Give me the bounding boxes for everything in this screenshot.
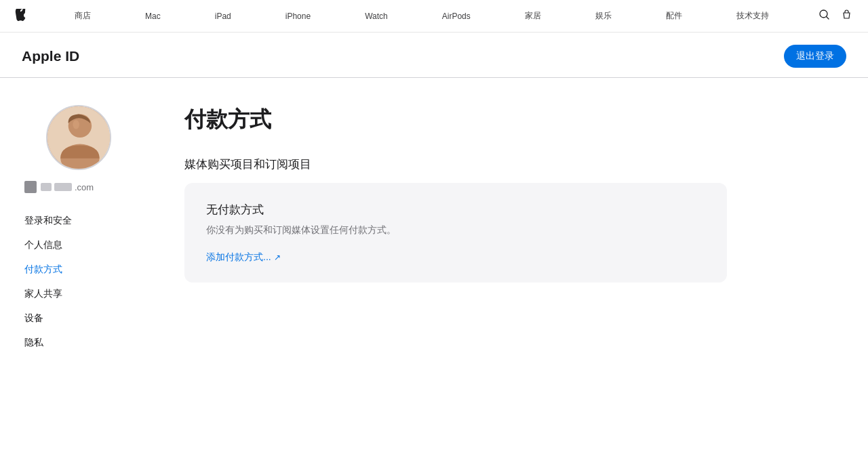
nav-ipad-item[interactable]: iPad — [210, 12, 237, 21]
navigation: 商店 Mac iPad iPhone Watch AirPods 家居 娱乐 配… — [0, 0, 868, 33]
content-area: 付款方式 媒体购买项目和订阅项目 无付款方式 你没有为购买和订阅媒体设置任何付款… — [157, 78, 846, 354]
email-obfuscated: .com — [41, 182, 94, 192]
bag-button[interactable] — [840, 8, 853, 24]
page-header: Apple ID 退出登录 — [0, 33, 868, 78]
search-icon — [819, 9, 829, 20]
email-area: .com — [22, 181, 136, 193]
payment-card-title: 无付款方式 — [206, 202, 705, 217]
avatar — [46, 105, 111, 170]
content-title: 付款方式 — [184, 105, 846, 135]
sidebar-item-devices[interactable]: 设备 — [22, 307, 136, 330]
sidebar: .com 登录和安全 个人信息 付款方式 家人共享 设备 隐私 — [22, 78, 157, 354]
add-payment-link[interactable]: 添加付款方式... ↗ — [206, 251, 281, 264]
sidebar-item-personal-info[interactable]: 个人信息 — [22, 234, 136, 257]
nav-watch-item[interactable]: Watch — [359, 12, 393, 21]
sidebar-nav-links: 登录和安全 个人信息 付款方式 家人共享 设备 隐私 — [22, 209, 136, 354]
avatar-container — [22, 105, 136, 170]
nav-accessories-item[interactable]: 配件 — [660, 10, 688, 22]
sidebar-item-family-sharing[interactable]: 家人共享 — [22, 283, 136, 306]
nav-iphone-item[interactable]: iPhone — [280, 12, 316, 21]
sidebar-item-payment[interactable]: 付款方式 — [22, 258, 136, 281]
external-link-icon: ↗ — [274, 253, 281, 262]
avatar-image — [47, 105, 110, 170]
nav-mac-item[interactable]: Mac — [140, 12, 166, 21]
section-subtitle: 媒体购买项目和订阅项目 — [184, 157, 846, 172]
main-layout: .com 登录和安全 个人信息 付款方式 家人共享 设备 隐私 付款方式 媒体购… — [0, 78, 868, 354]
signout-button[interactable]: 退出登录 — [784, 45, 846, 68]
email-block-2 — [54, 183, 72, 191]
email-icon — [24, 181, 37, 193]
nav-entertainment-item[interactable]: 娱乐 — [590, 10, 617, 22]
payment-card-description: 你没有为购买和订阅媒体设置任何付款方式。 — [206, 223, 705, 237]
bag-icon — [842, 9, 852, 20]
add-payment-link-text: 添加付款方式... — [206, 251, 271, 264]
search-button[interactable] — [818, 8, 831, 24]
nav-store-item[interactable]: 商店 — [69, 10, 96, 22]
nav-support-item[interactable]: 技术支持 — [731, 10, 774, 22]
sidebar-item-login-security[interactable]: 登录和安全 — [22, 209, 136, 232]
nav-airpods-item[interactable]: AirPods — [437, 12, 476, 21]
sidebar-item-privacy[interactable]: 隐私 — [22, 331, 136, 354]
nav-home-item[interactable]: 家居 — [519, 10, 547, 22]
payment-card: 无付款方式 你没有为购买和订阅媒体设置任何付款方式。 添加付款方式... ↗ — [184, 183, 727, 283]
svg-point-4 — [73, 120, 79, 129]
apple-logo-icon[interactable] — [15, 9, 26, 23]
email-block-1 — [41, 183, 52, 191]
email-domain: .com — [75, 182, 94, 192]
avatar-placeholder — [47, 106, 110, 169]
svg-line-1 — [826, 17, 829, 20]
page-title: Apple ID — [22, 48, 79, 64]
